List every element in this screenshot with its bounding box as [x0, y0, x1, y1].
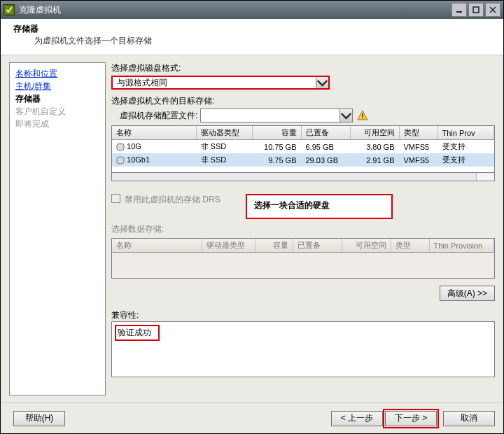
back-button[interactable]: < 上一步 [331, 411, 383, 426]
storage-profile-label: 虚拟机存储配置文件: [120, 110, 197, 122]
compatibility-label: 兼容性: [111, 309, 495, 321]
col-free[interactable]: 可用空间 [350, 126, 399, 140]
table-row[interactable]: 10Gb1 非 SSD 9.75 GB 29.03 GB 2.91 GB VMF… [112, 153, 494, 167]
warning-icon [357, 110, 368, 121]
col2-provisioned: 已置备 [293, 239, 342, 253]
col-thin[interactable]: Thin Prov [438, 126, 494, 140]
select-datastore-label: 选择数据存储: [111, 223, 495, 235]
col2-drive-type: 驱动器类型 [202, 239, 255, 253]
sidebar-item-guest-customization: 客户机自定义 [15, 105, 99, 118]
next-button[interactable]: 下一步 > [385, 411, 437, 426]
wizard-steps-sidebar: 名称和位置 主机/群集 存储器 客户机自定义 即将完成 [9, 62, 106, 396]
titlebar: 克隆虚拟机 [1, 1, 503, 19]
col2-free: 可用空间 [342, 239, 391, 253]
chevron-down-icon [316, 77, 328, 88]
table-horizontal-scrollbar[interactable] [111, 173, 495, 181]
sidebar-item-host-cluster[interactable]: 主机/群集 [15, 80, 99, 92]
disk-format-value: 与源格式相同 [113, 77, 316, 89]
disk-format-label: 选择虚拟磁盘格式: [111, 62, 495, 74]
col2-thin: Thin Provision [429, 239, 494, 253]
col2-capacity: 容量 [255, 239, 293, 253]
col-provisioned[interactable]: 已置备 [301, 126, 350, 140]
sidebar-item-name-location[interactable]: 名称和位置 [15, 67, 99, 80]
cancel-button[interactable]: 取消 [443, 411, 495, 426]
sidebar-item-storage: 存储器 [15, 92, 99, 105]
storage-profile-dropdown[interactable] [200, 108, 353, 122]
page-subtitle: 为虚拟机文件选择一个目标存储 [34, 35, 503, 47]
svg-rect-1 [456, 11, 462, 13]
chevron-down-icon [340, 109, 352, 122]
svg-rect-4 [363, 118, 364, 119]
svg-rect-2 [473, 7, 479, 13]
compatibility-status: 验证成功 [115, 325, 160, 341]
svg-rect-3 [363, 113, 364, 117]
app-icon [4, 4, 15, 15]
content-pane: 选择虚拟磁盘格式: 与源格式相同 选择虚拟机文件的目标存储: 虚拟机存储配置文件… [111, 62, 495, 396]
window-title: 克隆虚拟机 [19, 4, 450, 16]
col-type[interactable]: 类型 [399, 126, 438, 140]
wizard-footer: 帮助(H) < 上一步 下一步 > 取消 [1, 402, 503, 433]
sidebar-item-ready-to-complete: 即将完成 [15, 118, 99, 130]
next-button-highlight: 下一步 > [383, 409, 439, 428]
maximize-button[interactable] [468, 3, 484, 17]
compatibility-box: 验证成功 [111, 321, 495, 377]
col-capacity[interactable]: 容量 [252, 126, 301, 140]
datastore-table-secondary: 名称 驱动器类型 容量 已置备 可用空间 类型 Thin Provision [111, 238, 495, 279]
advanced-button[interactable]: 高级(A) >> [440, 286, 495, 301]
col-name[interactable]: 名称 [112, 126, 196, 140]
datastore-icon [116, 143, 125, 151]
col2-name: 名称 [112, 239, 202, 253]
table-row[interactable]: 10G 非 SSD 10.75 GB 6.95 GB 3.80 GB VMFS5… [112, 140, 494, 154]
help-button[interactable]: 帮助(H) [13, 411, 65, 426]
window-buttons [450, 3, 500, 17]
disable-storage-drs-checkbox [111, 194, 120, 203]
target-storage-label: 选择虚拟机文件的目标存储: [111, 95, 495, 107]
col-drive-type[interactable]: 驱动器类型 [196, 126, 252, 140]
disable-storage-drs-label: 禁用此虚拟机的存储 DRS [125, 194, 220, 206]
disk-format-dropdown[interactable]: 与源格式相同 [111, 76, 330, 90]
datastore-icon [116, 156, 125, 164]
wizard-header: 存储器 为虚拟机文件选择一个目标存储 [1, 19, 503, 55]
annotation-callout: 选择一块合适的硬盘 [246, 194, 393, 219]
close-button[interactable] [485, 3, 500, 17]
datastore-table[interactable]: 名称 驱动器类型 容量 已置备 可用空间 类型 Thin Prov 10G 非 [111, 125, 495, 173]
minimize-button[interactable] [451, 3, 467, 17]
main-area: 名称和位置 主机/群集 存储器 客户机自定义 即将完成 选择虚拟磁盘格式: 与源… [1, 55, 503, 402]
page-title: 存储器 [13, 23, 503, 35]
col2-type: 类型 [391, 239, 429, 253]
